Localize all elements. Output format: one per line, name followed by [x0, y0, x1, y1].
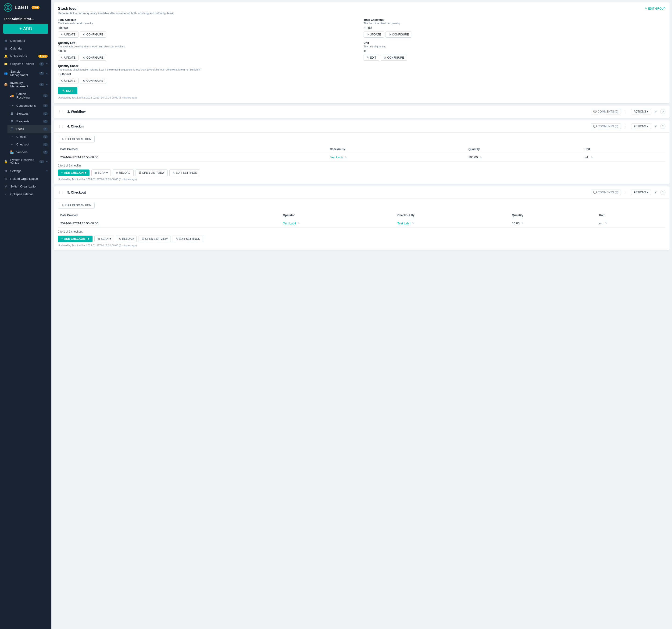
sidebar-item-checkout[interactable]: ← Checkout 0 — [7, 141, 51, 148]
vendor-icon: 🏪 — [10, 150, 14, 154]
quantity-header: Quantity — [466, 146, 582, 153]
edit-unit-icon[interactable]: ✎ — [591, 155, 593, 159]
total-checkin-configure-button[interactable]: ⚙ CONFIGURE — [80, 31, 106, 37]
gear-icon: ⚙ — [384, 56, 386, 59]
edit-checkout-by-icon[interactable]: ✎ — [412, 222, 414, 225]
edit-label: EDIT — [66, 89, 73, 93]
checkin-help-button[interactable]: ? — [660, 124, 666, 129]
checkout-count: 0 — [43, 143, 48, 146]
edit-group-label: EDIT GROUP — [648, 7, 666, 10]
sidebar-item-reload-org[interactable]: ↻ Reload Organization — [0, 175, 51, 182]
edit-quantity-icon[interactable]: ✎ — [521, 222, 524, 225]
total-checkin-field: Total Checkin The the totoal checkin qua… — [58, 18, 360, 37]
quantity-check-update-button[interactable]: ↻ UPDATE — [58, 78, 78, 84]
edit-button[interactable]: ✎ EDIT — [58, 87, 77, 94]
sidebar-item-settings[interactable]: ⚙ Settings ▾ — [0, 167, 51, 175]
checkout-reload-button[interactable]: ↻ RELOAD — [116, 235, 137, 242]
total-checkout-label: Total Checkout — [364, 18, 666, 22]
operator-link[interactable]: Test Labii — [283, 222, 296, 225]
edit-unit-icon[interactable]: ✎ — [605, 222, 607, 225]
sidebar-item-reagents[interactable]: ⚗ Reagents 0 — [7, 118, 51, 125]
edit-quantity-icon[interactable]: ✎ — [479, 155, 482, 159]
checkin-actions-button[interactable]: ACTIONS ▾ — [631, 124, 651, 129]
sidebar-item-label: Settings — [10, 169, 44, 173]
edit-group-button[interactable]: ✎ EDIT GROUP — [645, 7, 666, 10]
sidebar-item-inventory-management[interactable]: 📦 Inventory Management 8 ▾ — [0, 79, 51, 90]
total-checkout-actions: ↻ UPDATE ⚙ CONFIGURE — [364, 31, 666, 37]
checkout-edit-desc-button[interactable]: ✎ EDIT DESCRIPTION — [58, 202, 95, 208]
workflow-help-button[interactable]: ? — [660, 109, 666, 114]
sidebar-item-notifications[interactable]: 🔔 Notifications 1 new — [0, 52, 51, 60]
sidebar-item-sample-receiving[interactable]: 🚚 Sample Receiving 0 — [7, 90, 51, 101]
edit-checkin-by-icon[interactable]: ✎ — [344, 155, 347, 159]
sidebar-item-switch-org[interactable]: ⇄ Switch Organization — [0, 182, 51, 190]
add-button[interactable]: + ADD — [3, 24, 48, 34]
workflow-header[interactable]: ⋮⋮ 3. Workflow 💬 COMMENTS (0) ⋮ ACTIONS … — [54, 105, 670, 118]
inventory-icon: 📦 — [4, 83, 8, 86]
workflow-actions-button[interactable]: ACTIONS ▾ — [631, 109, 651, 115]
sidebar-item-sample-management[interactable]: 👥 Sample Management 5 ▾ — [0, 68, 51, 79]
checkout-scan-button[interactable]: ⊞ SCAN ▾ — [94, 235, 114, 242]
sidebar-item-projects[interactable]: 📁 Projects / Folders 1 ▾ — [0, 60, 51, 68]
checkout-help-button[interactable]: ? — [660, 190, 666, 195]
checkout-comments-button[interactable]: 💬 COMMENTS (0) — [591, 190, 621, 195]
quantity-left-update-button[interactable]: ↻ UPDATE — [58, 55, 78, 61]
checkout-actions-button[interactable]: ACTIONS ▾ — [631, 190, 651, 195]
quantity-check-configure-button[interactable]: ⚙ CONFIGURE — [80, 78, 106, 84]
unit-configure-button[interactable]: ⚙ CONFIGURE — [381, 55, 407, 61]
sidebar-item-dashboard[interactable]: ▦ Dashboard — [0, 37, 51, 45]
quantity-check-field: Quantity Check The quantity check functi… — [58, 65, 666, 84]
workflow-expand-button[interactable]: ⤢ — [653, 109, 658, 114]
checkin-open-list-button[interactable]: ☰ OPEN LIST VIEW — [136, 170, 168, 176]
workflow-comments-button[interactable]: 💬 COMMENTS (0) — [591, 109, 621, 115]
total-checkout-value: 10.00 — [364, 26, 666, 30]
workflow-more-button[interactable]: ⋮ — [623, 109, 629, 115]
folder-icon: 📁 — [4, 62, 8, 66]
sidebar-item-storages[interactable]: ☰ Storages 0 — [7, 110, 51, 118]
workflow-title: 3. Workflow — [67, 110, 589, 114]
unit-edit-button[interactable]: ✎ EDIT — [364, 55, 379, 61]
sidebar-item-calendar[interactable]: ▦ Calendar — [0, 45, 51, 52]
sidebar-item-checkin[interactable]: → Checkin 0 — [7, 133, 51, 141]
total-checkin-desc: The the totoal checkin quantity. — [58, 22, 360, 25]
quantity-left-label: Quantity Left — [58, 41, 360, 45]
total-checkin-update-button[interactable]: ↻ UPDATE — [58, 31, 78, 37]
chevron-down-icon: ▾ — [647, 125, 648, 128]
sidebar-item-collapse[interactable]: ‹ Collapse sidebar — [0, 190, 51, 198]
checkout-expand-button[interactable]: ⤢ — [653, 190, 658, 195]
plus-icon: + — [61, 171, 63, 174]
checkin-edit-desc-button[interactable]: ✎ EDIT DESCRIPTION — [58, 136, 95, 143]
gear-icon: ⚙ — [83, 56, 86, 59]
checkout-header[interactable]: ⋮⋮ 5. Checkout 💬 COMMENTS (0) ⋮ ACTIONS … — [54, 186, 670, 199]
total-checkout-update-button[interactable]: ↻ UPDATE — [364, 31, 384, 37]
chevron-down-icon: ▾ — [647, 110, 648, 113]
checkout-edit-settings-button[interactable]: ✎ EDIT SETTINGS — [173, 235, 203, 242]
checkin-more-button[interactable]: ⋮ — [623, 124, 629, 129]
sidebar-item-system-reserved[interactable]: 🔒 System Reserved Tables 1 ▾ — [0, 156, 51, 167]
unit-label: Unit — [364, 41, 666, 45]
sidebar-item-consumptions[interactable]: 〜 Consumptions 2 — [7, 101, 51, 110]
checkin-expand-button[interactable]: ⤢ — [653, 124, 658, 129]
checkin-header[interactable]: ⋮⋮ 4. Checkin 💬 COMMENTS (0) ⋮ ACTIONS ▾… — [54, 120, 670, 133]
quantity-left-configure-button[interactable]: ⚙ CONFIGURE — [80, 55, 106, 61]
total-checkout-configure-button[interactable]: ⚙ CONFIGURE — [386, 31, 412, 37]
add-checkout-button[interactable]: + ADD CHECKOUT ▾ — [58, 235, 93, 242]
sidebar-item-label: Stock — [16, 127, 41, 131]
checkin-comments-button[interactable]: 💬 COMMENTS (0) — [591, 124, 621, 129]
logo-icon — [4, 3, 12, 12]
checkout-more-button[interactable]: ⋮ — [623, 190, 629, 195]
update-label: UPDATE — [64, 33, 75, 36]
checkin-edit-settings-button[interactable]: ✎ EDIT SETTINGS — [169, 170, 200, 176]
date-created-header: Date Created — [58, 212, 281, 219]
checkin-by-link[interactable]: Test Labii — [330, 155, 342, 159]
checkout-open-list-button[interactable]: ☰ OPEN LIST VIEW — [139, 235, 171, 242]
quantity-left-actions: ↻ UPDATE ⚙ CONFIGURE — [58, 55, 360, 61]
edit-operator-icon[interactable]: ✎ — [297, 222, 300, 225]
checkin-scan-button[interactable]: ⊞ SCAN ▾ — [91, 170, 111, 176]
checkout-by-link[interactable]: Test Labii — [398, 222, 410, 225]
add-checkin-button[interactable]: + ADD CHECKIN ▾ — [58, 170, 90, 176]
sidebar-item-vendors[interactable]: 🏪 Vendors 0 — [7, 148, 51, 156]
checkin-reload-button[interactable]: ↻ RELOAD — [113, 170, 134, 176]
reload-icon: ↻ — [119, 237, 121, 241]
sidebar-item-stock[interactable]: 🗄 Stock 0 — [7, 125, 51, 133]
